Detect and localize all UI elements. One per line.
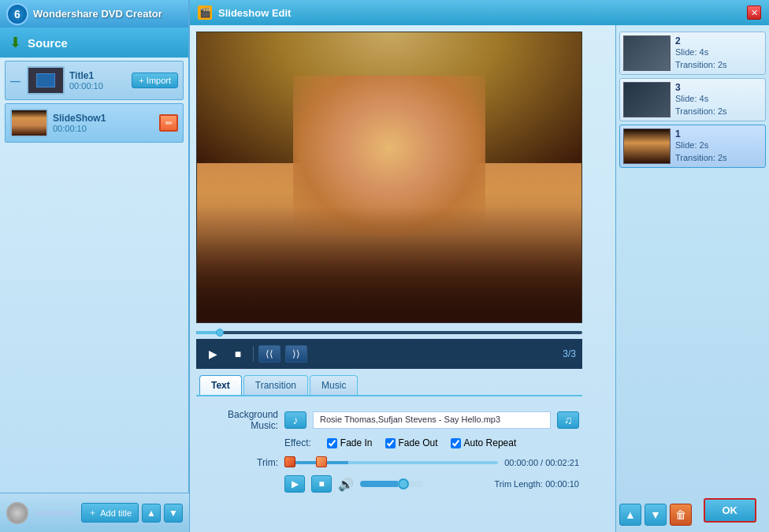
tabs-row: Text Transition Music [196, 375, 582, 396]
add-title-label: Add title [100, 508, 132, 518]
trim-play-button[interactable]: ▶ [284, 475, 305, 493]
auto-repeat-checkbox[interactable] [451, 438, 461, 448]
tabs-container: Text Transition Music [196, 372, 582, 400]
fade-in-label: Fade In [340, 437, 373, 448]
auto-repeat-label: Auto Repeat [464, 437, 517, 448]
app-header: 6 Wondershare DVD Creator [0, 0, 188, 28]
prev-frame-button[interactable]: ⟨⟨ [258, 345, 280, 363]
stop-button[interactable]: ■ [228, 344, 248, 364]
trim-length-label: Trim Length: [494, 479, 542, 489]
fade-out-label: Fade Out [399, 437, 438, 448]
title-collapse-icon: — [10, 75, 22, 87]
slide-counter: 3/3 [563, 348, 576, 359]
player-controls: ▶ ■ ⟨⟨ ⟩⟩ 3/3 [196, 339, 582, 369]
video-frame [197, 32, 581, 322]
slideshow-name: SlideShow1 [53, 113, 154, 124]
slide-duration-2: Slide: 4s [675, 47, 762, 58]
divider [253, 346, 254, 362]
auto-repeat-checkbox-item[interactable]: Auto Repeat [451, 437, 517, 448]
slide-transition-3: Transition: 2s [675, 106, 762, 117]
nav-up-button[interactable]: ▲ [142, 504, 161, 523]
slide-delete-button[interactable]: 🗑 [670, 504, 692, 526]
effect-label: Effect: [284, 437, 311, 448]
fade-out-checkbox[interactable] [385, 438, 396, 448]
trim-slider[interactable] [284, 455, 498, 471]
trim-handle-left[interactable] [284, 456, 295, 467]
slideshow-edit-dialog: 🎬 Slideshow Edit ✕ ▶ ■ [189, 0, 769, 532]
slide-face-img [12, 110, 46, 136]
fade-out-checkbox-item[interactable]: Fade Out [385, 437, 438, 448]
trim-row: Trim: 00:00:00 / 00:02:21 [199, 455, 579, 471]
slideshow-time: 00:00:10 [53, 124, 154, 133]
add-title-button[interactable]: ＋ Add title [81, 503, 139, 523]
fade-in-checkbox-item[interactable]: Fade In [327, 437, 373, 448]
slide-item-2[interactable]: 2 Slide: 4s Transition: 2s [619, 32, 766, 75]
close-button[interactable]: ✕ [747, 6, 761, 20]
edit-button[interactable]: ✏ [159, 114, 178, 132]
next-frame-button[interactable]: ⟩⟩ [285, 345, 307, 363]
slide-move-down-button[interactable]: ▼ [645, 504, 667, 526]
tab-transition[interactable]: Transition [243, 375, 308, 395]
title-thumbnail [27, 66, 65, 95]
background-music-label: Background Music: [199, 409, 278, 431]
progress-track [196, 331, 582, 334]
slideshow-info: SlideShow1 00:00:10 [53, 113, 154, 133]
effect-row: Effect: Fade In Fade Out Auto Repeat [284, 437, 579, 448]
progress-container[interactable] [196, 328, 582, 336]
trim-handle-right[interactable] [316, 456, 327, 467]
nav-down-button[interactable]: ▼ [164, 504, 183, 523]
slide-item-1[interactable]: 1 Slide: 2s Transition: 2s [619, 125, 766, 168]
volume-slider[interactable] [360, 481, 423, 487]
app-logo: 6 [6, 3, 28, 25]
music-add-button[interactable]: ♪ [284, 411, 306, 429]
slide-transition-2: Transition: 2s [675, 59, 762, 71]
film-icon [36, 73, 55, 87]
dialog-title: Slideshow Edit [218, 7, 741, 19]
dialog-icon: 🎬 [198, 6, 212, 20]
fade-in-checkbox[interactable] [327, 438, 337, 448]
slide-thumb-3 [623, 82, 671, 117]
slide-move-up-button[interactable]: ▲ [619, 504, 641, 526]
trim-label: Trim: [199, 457, 278, 468]
dialog-header: 🎬 Slideshow Edit ✕ [190, 0, 769, 25]
slideshow-item[interactable]: SlideShow1 00:00:10 ✏ [5, 103, 184, 143]
play-button[interactable]: ▶ [202, 344, 223, 364]
title-item-1[interactable]: — Title1 00:00:10 + Import [5, 61, 184, 100]
disc-icon [6, 502, 28, 524]
volume-icon: 🔊 [338, 477, 354, 492]
ok-button[interactable]: OK [704, 498, 757, 523]
slide-num-1: 1 [675, 128, 762, 140]
source-bar: ⬇ Source [0, 28, 188, 58]
slide-num-3: 3 [675, 82, 762, 93]
slide-item-3[interactable]: 3 Slide: 4s Transition: 2s [619, 78, 766, 121]
slide-info-3: 3 Slide: 4s Transition: 2s [675, 82, 762, 117]
title-name: Title1 [69, 70, 127, 81]
app-title: Wondershare DVD Creator [33, 8, 162, 20]
tab-music[interactable]: Music [310, 375, 358, 395]
bottom-bar: ＋ Add title ▲ ▼ [0, 493, 189, 532]
progress-indicator [35, 511, 75, 515]
background-music-row: Background Music: ♪ Rosie Thomas,Sufjan … [199, 409, 579, 431]
progress-handle[interactable] [216, 329, 224, 337]
video-player [196, 32, 582, 323]
app-window: 6 Wondershare DVD Creator ⬇ Source — Tit… [0, 0, 189, 532]
slide-info-1: 1 Slide: 2s Transition: 2s [675, 128, 762, 164]
trim-stop-button[interactable]: ■ [311, 475, 332, 493]
tab-text[interactable]: Text [199, 375, 242, 395]
tab-content: Background Music: ♪ Rosie Thomas,Sufjan … [196, 403, 582, 502]
import-button[interactable]: + Import [132, 73, 178, 88]
slide-num-2: 2 [675, 35, 762, 47]
slide-transition-1: Transition: 2s [675, 152, 762, 164]
music-file-display: Rosie Thomas,Sufjan Stevens - Say Hello.… [313, 411, 551, 429]
title-info: Title1 00:00:10 [69, 70, 127, 91]
slide-thumb-1 [623, 128, 671, 164]
download-icon: ⬇ [9, 34, 21, 51]
slide-duration-1: Slide: 2s [675, 140, 762, 151]
slide-panel: 2 Slide: 4s Transition: 2s 3 Slide: 4s T… [615, 25, 769, 532]
trim-length-value: 00:00:10 [545, 479, 579, 489]
music-remove-button[interactable]: ♫ [557, 411, 579, 429]
volume-handle[interactable] [398, 478, 409, 489]
plus-icon: ＋ [88, 507, 97, 519]
slide-thumb-2 [623, 35, 671, 71]
slideshow-thumbnail [10, 109, 48, 137]
